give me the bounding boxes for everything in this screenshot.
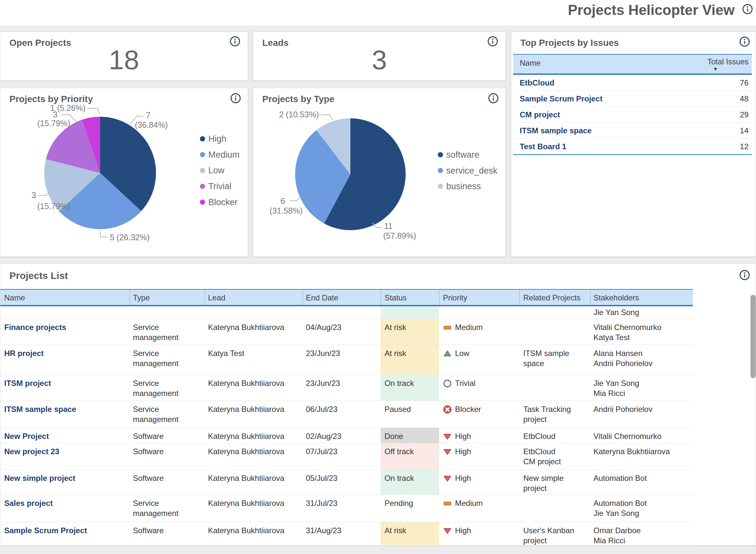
column-header-status[interactable]: Status [385, 293, 407, 302]
type-cell: Software [133, 470, 203, 495]
column-separator [439, 290, 440, 305]
vertical-scrollbar-thumb[interactable] [751, 295, 756, 378]
table-row[interactable]: ITSM projectService managementKateryna B… [0, 375, 693, 401]
type-cell: Service management [133, 345, 203, 375]
column-header-stakeholders[interactable]: Stakeholders [593, 293, 639, 302]
priority-cell: Trivial [443, 375, 517, 400]
priority-label: Medium [455, 322, 483, 332]
priority-cell: High [443, 470, 517, 495]
sort-descending-icon[interactable]: ▼ [713, 66, 718, 71]
related-project-name[interactable]: CM project [523, 456, 588, 466]
table-row[interactable]: Test Board 112 [513, 138, 752, 155]
table-row[interactable]: Finance projectsService managementKatery… [0, 319, 693, 345]
stakeholders-cell: Automation Bot [593, 470, 691, 495]
table-body: EtbCloud76Sample Scrum Project48CM proje… [513, 75, 752, 155]
legend-item-High[interactable]: High [208, 134, 227, 144]
end-date-cell: 31/Aug/23 [306, 522, 379, 546]
priority-trivial-icon [443, 378, 452, 390]
lead-cell: Kateryna Bukhtiiarova [208, 319, 301, 345]
project-name-link[interactable]: Sales project [4, 495, 128, 522]
related-project-name[interactable]: EtbCloud [523, 446, 588, 456]
table-row[interactable]: EtbCloud76 [513, 75, 752, 91]
info-icon[interactable] [229, 36, 240, 47]
project-name-link[interactable]: HR project [4, 345, 128, 375]
info-icon[interactable] [487, 36, 498, 47]
status-badge: At risk [385, 526, 406, 535]
info-icon[interactable] [742, 4, 753, 15]
project-name-link[interactable]: ITSM sample space [520, 126, 591, 135]
table-row[interactable]: New project 23SoftwareKateryna Bukhtiiar… [0, 443, 693, 470]
top-projects-table: Name Total Issues ▼ EtbCloud76Sample Scr… [513, 54, 752, 155]
projects-by-type-pie-chart[interactable]: 11(57.89%)6(31.58%)2 (10.53%)softwareser… [253, 88, 506, 257]
info-icon[interactable] [739, 270, 750, 281]
stakeholders-cell: Vitalii ChernomurkoKatya Test [593, 319, 691, 345]
project-name-link[interactable]: EtbCloud [520, 78, 555, 88]
related-project-name[interactable]: New simple project [523, 473, 588, 493]
column-header-end_date[interactable]: End Date [306, 293, 338, 302]
info-icon[interactable] [488, 93, 499, 104]
project-name-link[interactable]: Finance projects [4, 319, 128, 345]
column-header-priority[interactable]: Priority [443, 293, 467, 302]
project-name-link[interactable]: ITSM sample space [4, 401, 128, 428]
column-header-related[interactable]: Related Projects [523, 293, 580, 302]
project-name-text: Finance projects [4, 323, 66, 332]
related-project-name[interactable]: User's Kanban project [523, 525, 588, 546]
table-row[interactable]: ITSM sample spaceService managementKater… [0, 401, 693, 428]
project-name-link[interactable]: ITSM project [4, 375, 128, 400]
related-project-name[interactable]: Task Tracking project [523, 404, 588, 424]
type-cell: Software [133, 522, 203, 546]
project-name-link[interactable]: New project 23 [4, 443, 128, 469]
page-header: Projects Helicopter View [0, 0, 756, 25]
project-name-link[interactable]: CM project [520, 110, 560, 119]
table-row[interactable]: Sample Scrum Project48 [513, 91, 752, 107]
table-header: Name Total Issues ▼ [513, 54, 752, 75]
status-cell: Paused [381, 401, 439, 428]
column-separator [130, 290, 130, 305]
legend-item-service_desk[interactable]: service_desk [446, 166, 498, 176]
related-project-name[interactable]: EtbCloud [523, 431, 588, 441]
total-issues-value: 14 [740, 126, 749, 135]
table-row[interactable]: New simple projectSoftwareKateryna Bukht… [0, 470, 693, 495]
table-row[interactable]: New ProjectSoftwareKateryna Bukhtiiarova… [0, 428, 693, 443]
legend-item-software[interactable]: software [446, 150, 479, 160]
project-name-link[interactable]: New Project [4, 428, 128, 443]
stakeholder-name: Vitalii Chernomurko [593, 322, 691, 332]
project-name-link[interactable]: Sample Scrum Project [4, 522, 128, 546]
priority-blocker-icon [443, 404, 452, 416]
stakeholder-name: Jie Yan Song [593, 378, 691, 388]
project-name-link[interactable]: New simple project [4, 470, 128, 495]
info-icon[interactable] [230, 93, 241, 104]
projects-by-priority-pie-chart[interactable]: 7(36.84%)5 (26.32%)3(15.79%)3(15.79%)1 (… [0, 88, 248, 257]
data-label: 11 [384, 221, 393, 230]
column-header-name[interactable]: Name [4, 293, 25, 302]
table-row-partial[interactable]: Jie Yan Song [0, 306, 693, 319]
legend-item-Medium[interactable]: Medium [208, 150, 240, 160]
table-row[interactable]: ITSM sample space14 [513, 122, 752, 138]
column-header-total-issues[interactable]: Total Issues [707, 57, 749, 66]
stakeholder-name: Kateryna Bukhtiiarova [593, 446, 691, 456]
status-cell: On track [381, 375, 439, 400]
table-row[interactable]: Sample Scrum ProjectSoftwareKateryna Buk… [0, 522, 693, 546]
legend-swatch-service_desk [438, 168, 443, 173]
table-row[interactable]: CM project29 [513, 107, 752, 122]
column-header-lead[interactable]: Lead [208, 293, 225, 302]
related-project-name[interactable]: ITSM sample space [523, 348, 588, 368]
stakeholder-name: Andrii Pohorielov [593, 358, 691, 368]
table-row[interactable]: HR projectService managementKatya Test23… [0, 345, 693, 375]
column-header-name[interactable]: Name [520, 59, 540, 68]
total-issues-value: 48 [740, 94, 749, 103]
project-name-link[interactable]: Sample Scrum Project [520, 94, 602, 103]
info-icon[interactable] [739, 36, 750, 47]
table-row[interactable]: Sales projectService managementKateryna … [0, 495, 693, 522]
legend-item-Trivial[interactable]: Trivial [208, 181, 231, 191]
legend-item-business[interactable]: business [446, 181, 481, 191]
project-name-link[interactable]: Test Board 1 [520, 142, 567, 151]
lead-cell: Kateryna Bukhtiiarova [208, 401, 301, 428]
legend-item-Blocker[interactable]: Blocker [208, 197, 238, 207]
legend-item-Low[interactable]: Low [208, 165, 225, 175]
priority-label: High [455, 431, 471, 441]
column-header-type[interactable]: Type [133, 293, 150, 302]
card-title: Projects by Type [262, 94, 335, 104]
status-cell: At risk [381, 345, 439, 375]
priority-high-icon [443, 446, 452, 458]
